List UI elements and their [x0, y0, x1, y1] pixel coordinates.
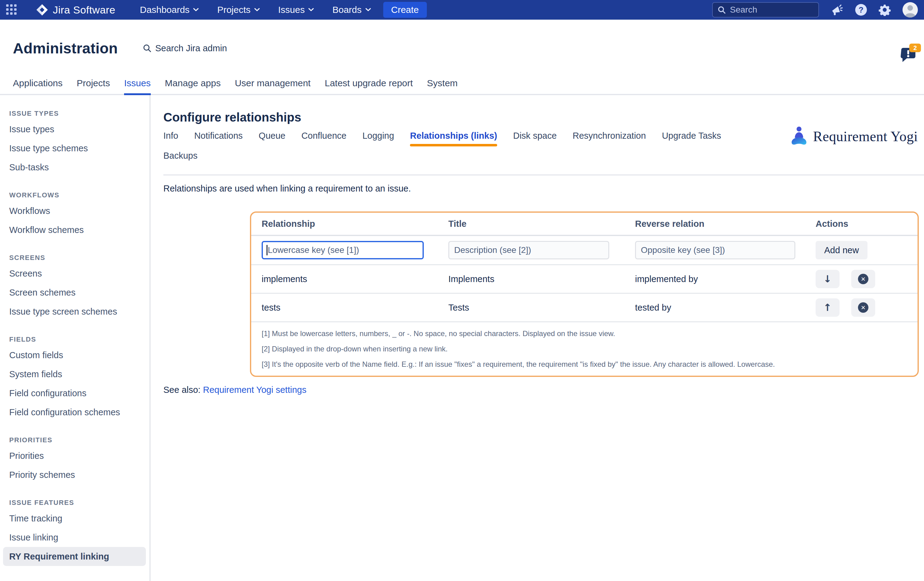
jira-logo-text: Jira Software [53, 4, 116, 16]
footnote-2: [2] Displayed in the drop-down when inse… [262, 341, 905, 357]
tab-relationships-links[interactable]: Relationships (links) [410, 131, 497, 146]
sidebar-item-system-fields[interactable]: System fields [9, 365, 150, 383]
relationship-key-input[interactable] [262, 241, 424, 259]
tab-backups[interactable]: Backups [163, 151, 198, 166]
description-text: Relationships are used when linking a re… [163, 184, 924, 194]
requirement-yogi-settings-link[interactable]: Requirement Yogi settings [203, 385, 307, 395]
admin-tab-issues[interactable]: Issues [124, 77, 151, 94]
top-navigation: Jira Software Dashboards Projects Issues… [0, 0, 924, 20]
row-actions-cell: ↑ ✕ [816, 298, 917, 317]
nav-menu: Dashboards Projects Issues Boards [140, 5, 371, 15]
tab-resynchronization[interactable]: Resynchronization [573, 131, 646, 146]
nav-search-input[interactable]: Search [712, 2, 819, 18]
move-up-button[interactable]: ↑ [816, 298, 840, 317]
sidebar-item-screen-schemes[interactable]: Screen schemes [9, 283, 150, 302]
arrow-up-icon: ↑ [823, 302, 832, 313]
tab-info[interactable]: Info [163, 131, 178, 146]
nav-item-dashboards[interactable]: Dashboards [140, 5, 199, 15]
sidebar-section-workflows: WORKFLOWS Workflows Workflow schemes [9, 189, 150, 239]
sidebar-item-issue-type-schemes[interactable]: Issue type schemes [9, 139, 150, 158]
add-new-button[interactable]: Add new [816, 241, 868, 259]
relationship-title-input[interactable] [448, 241, 609, 259]
page-title: Administration [13, 40, 118, 57]
admin-tab-latest-upgrade-report[interactable]: Latest upgrade report [325, 77, 413, 94]
avatar-body [905, 13, 916, 18]
help-icon[interactable]: ? [855, 4, 867, 16]
sidebar-section-issue-types: ISSUE TYPES Issue types Issue type schem… [9, 107, 150, 177]
nav-right-group: Search ? [712, 2, 918, 18]
gear-icon[interactable] [879, 4, 891, 16]
admin-tab-bar: Applications Projects Issues Manage apps… [0, 77, 924, 95]
delete-button[interactable]: ✕ [851, 298, 875, 317]
new-relationship-row: Add new [251, 236, 917, 265]
tab-confluence[interactable]: Confluence [301, 131, 346, 146]
sidebar-item-field-configurations[interactable]: Field configurations [9, 383, 150, 403]
table-row: implements Implements implemented by ↓ ✕ [251, 265, 917, 294]
reverse-relation-cell: tested by [635, 303, 816, 313]
sidebar-item-custom-fields[interactable]: Custom fields [9, 346, 150, 365]
admin-header: Administration Search Jira admin 2 [0, 20, 924, 77]
feedback-widget[interactable]: 2 [900, 48, 917, 66]
sidebar-item-workflow-schemes[interactable]: Workflow schemes [9, 221, 150, 239]
sidebar-section-fields: FIELDS Custom fields System fields Field… [9, 333, 150, 422]
sidebar-section-title: WORKFLOWS [9, 189, 150, 201]
sidebar-item-issue-types[interactable]: Issue types [9, 120, 150, 139]
avatar-head [908, 5, 913, 11]
delete-circle-x-icon: ✕ [858, 302, 868, 313]
column-header-relationship: Relationship [262, 219, 448, 229]
nav-item-projects[interactable]: Projects [217, 5, 259, 15]
yogi-icon [790, 126, 808, 147]
text-caret [267, 245, 267, 255]
admin-tab-applications[interactable]: Applications [13, 77, 63, 94]
admin-tab-manage-apps[interactable]: Manage apps [165, 77, 221, 94]
tab-notifications[interactable]: Notifications [194, 131, 243, 146]
nav-item-label: Issues [278, 5, 305, 15]
sidebar-section-title: ISSUE FEATURES [9, 497, 150, 509]
app-switcher-icon[interactable] [6, 4, 17, 15]
megaphone-icon[interactable] [831, 4, 843, 16]
admin-search[interactable]: Search Jira admin [143, 43, 227, 53]
sidebar-section-title: ISSUE TYPES [9, 107, 150, 120]
move-down-button[interactable]: ↓ [816, 270, 840, 288]
user-avatar[interactable] [903, 2, 918, 18]
jira-admin-page: Jira Software Dashboards Projects Issues… [0, 0, 924, 581]
tab-disk-space[interactable]: Disk space [513, 131, 557, 146]
delete-button[interactable]: ✕ [851, 270, 875, 288]
column-header-title: Title [448, 219, 635, 229]
notification-badge: 2 [909, 44, 921, 52]
sidebar-item-sub-tasks[interactable]: Sub-tasks [9, 158, 150, 177]
chevron-down-icon [193, 8, 199, 12]
nav-search-placeholder: Search [730, 5, 757, 15]
admin-tab-system[interactable]: System [427, 77, 457, 94]
tab-logging[interactable]: Logging [362, 131, 394, 146]
sidebar-section-title: SCREENS [9, 252, 150, 264]
create-button[interactable]: Create [383, 2, 427, 18]
relationship-title-cell: Tests [448, 303, 635, 313]
sidebar-item-time-tracking[interactable]: Time tracking [9, 509, 150, 528]
reverse-relation-input[interactable] [635, 241, 795, 259]
chevron-down-icon [254, 8, 260, 12]
nav-item-boards[interactable]: Boards [332, 5, 371, 15]
tab-upgrade-tasks[interactable]: Upgrade Tasks [662, 131, 721, 146]
admin-tab-user-management[interactable]: User management [235, 77, 311, 94]
sidebar-item-ry-requirement-linking[interactable]: RY Requirement linking [3, 547, 146, 566]
nav-item-issues[interactable]: Issues [278, 5, 314, 15]
sidebar-item-screens[interactable]: Screens [9, 264, 150, 283]
sidebar-section-screens: SCREENS Screens Screen schemes Issue typ… [9, 252, 150, 321]
table-row: tests Tests tested by ↑ ✕ [251, 294, 917, 322]
arrow-down-icon: ↓ [823, 273, 832, 285]
sidebar-item-issue-type-screen-schemes[interactable]: Issue type screen schemes [9, 302, 150, 321]
table-header-row: Relationship Title Reverse relation Acti… [251, 213, 917, 236]
column-header-reverse-relation: Reverse relation [635, 219, 816, 229]
admin-tab-projects[interactable]: Projects [77, 77, 110, 94]
admin-search-label: Search Jira admin [155, 43, 227, 53]
jira-logo[interactable]: Jira Software [36, 3, 116, 16]
sidebar-item-priority-schemes[interactable]: Priority schemes [9, 465, 150, 484]
sidebar-item-priorities[interactable]: Priorities [9, 446, 150, 465]
sidebar-item-field-configuration-schemes[interactable]: Field configuration schemes [9, 403, 150, 422]
tab-queue[interactable]: Queue [259, 131, 285, 146]
column-header-actions: Actions [816, 219, 917, 229]
sidebar-item-workflows[interactable]: Workflows [9, 201, 150, 221]
footnote-3: [3] It's the opposite verb of the Name f… [262, 357, 905, 372]
sidebar-item-issue-linking[interactable]: Issue linking [9, 528, 150, 547]
